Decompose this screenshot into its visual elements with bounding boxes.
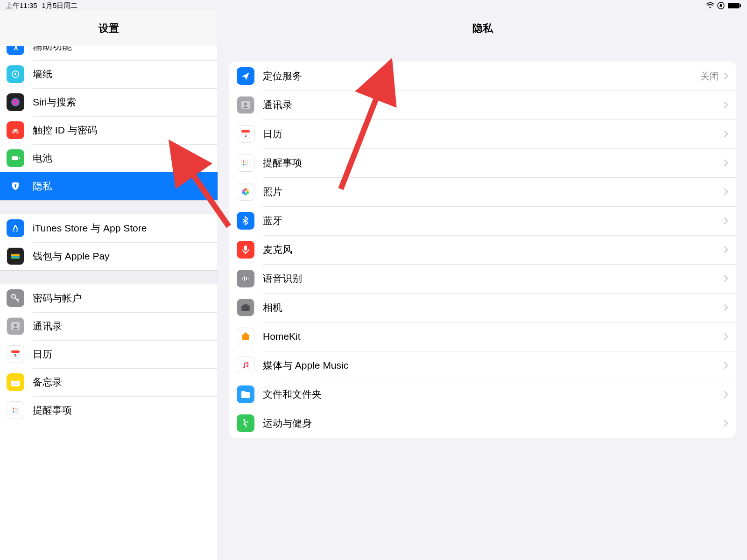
svg-rect-35 <box>241 130 250 133</box>
chevron-right-icon <box>724 417 728 430</box>
sidebar-row-appstore[interactable]: iTunes Store 与 App Store <box>0 214 218 242</box>
chevron-right-icon <box>724 156 728 169</box>
sidebar-label: 隐私 <box>33 180 211 193</box>
wifi-icon <box>706 2 714 9</box>
photos-icon <box>237 183 254 201</box>
rotation-lock-icon <box>717 2 725 9</box>
chevron-right-icon <box>724 185 728 198</box>
sidebar-label: 提醒事项 <box>33 404 211 417</box>
sidebar-title: 设置 <box>0 11 218 46</box>
svg-point-26 <box>13 408 14 409</box>
microphone-icon <box>237 241 254 259</box>
detail-row-location[interactable]: 定位服务关闭 <box>229 62 736 91</box>
sidebar-row-notes[interactable]: 备忘录 <box>0 368 218 396</box>
svg-rect-22 <box>11 378 20 381</box>
sidebar-row-contacts[interactable]: 通讯录 <box>0 312 218 340</box>
appstore-icon <box>7 219 24 237</box>
settings-sidebar: 设置 辅助功能墙纸Siri与搜索触控 ID 与密码电池隐私iTunes Stor… <box>0 11 218 560</box>
detail-label: 照片 <box>263 185 722 198</box>
wallpaper-icon <box>7 65 24 83</box>
sidebar-label: 日历 <box>33 348 211 361</box>
sidebar-row-siri[interactable]: Siri与搜索 <box>0 88 218 116</box>
key-icon <box>7 289 24 307</box>
chevron-right-icon <box>724 214 728 227</box>
contacts-icon <box>7 317 24 335</box>
svg-rect-8 <box>19 157 20 159</box>
folder-icon <box>237 385 254 403</box>
svg-rect-10 <box>15 186 16 188</box>
contacts-icon <box>237 96 254 114</box>
detail-label: 语音识别 <box>263 272 722 285</box>
svg-point-61 <box>247 365 248 367</box>
svg-rect-50 <box>244 245 247 251</box>
detail-label: 麦克风 <box>263 243 722 256</box>
svg-point-33 <box>244 103 247 105</box>
sidebar-label: iTunes Store 与 App Store <box>33 222 211 235</box>
detail-title: 隐私 <box>218 11 747 46</box>
camera-icon <box>237 299 254 316</box>
detail-label: 日历 <box>263 127 722 140</box>
sidebar-label: 密码与帐户 <box>33 292 211 305</box>
siri-icon <box>7 93 24 111</box>
svg-point-6 <box>11 98 20 106</box>
detail-row-photos[interactable]: 照片 <box>229 177 736 206</box>
fitness-icon <box>237 414 254 432</box>
bluetooth-icon <box>237 212 254 230</box>
detail-label: 通讯录 <box>263 98 722 112</box>
notes-icon <box>7 373 24 391</box>
svg-rect-1 <box>728 3 740 8</box>
location-icon <box>237 67 254 85</box>
detail-row-speech[interactable]: 语音识别 <box>229 264 736 293</box>
detail-value: 关闭 <box>700 70 719 83</box>
sidebar-row-privacy[interactable]: 隐私 <box>0 172 218 200</box>
sidebar-row-wallpaper[interactable]: 墙纸 <box>0 60 218 88</box>
detail-row-music[interactable]: 媒体与 Apple Music <box>229 351 736 380</box>
svg-text:5: 5 <box>244 133 247 138</box>
chevron-right-icon <box>724 127 728 140</box>
chevron-right-icon <box>724 272 728 285</box>
chevron-right-icon <box>724 359 728 372</box>
detail-row-contacts[interactable]: 通讯录 <box>229 91 736 119</box>
svg-point-57 <box>245 308 247 309</box>
detail-label: HomeKit <box>263 331 722 342</box>
sidebar-row-accessibility[interactable]: 辅助功能 <box>0 46 218 60</box>
sidebar-label: 辅助功能 <box>33 46 211 53</box>
status-time: 上午11:35 <box>6 1 37 10</box>
detail-row-microphone[interactable]: 麦克风 <box>229 235 736 264</box>
svg-rect-59 <box>241 361 250 370</box>
detail-row-folder[interactable]: 文件和文件夹 <box>229 380 736 409</box>
detail-row-fitness[interactable]: 运动与健身 <box>229 409 736 438</box>
sidebar-row-reminders[interactable]: 提醒事项 <box>0 396 218 424</box>
svg-point-38 <box>243 161 245 162</box>
svg-point-27 <box>13 410 14 411</box>
accessibility-icon <box>7 46 24 55</box>
detail-row-reminders[interactable]: 提醒事项 <box>229 148 736 177</box>
calendar-icon: 5 <box>7 345 24 363</box>
detail-label: 文件和文件夹 <box>263 388 722 401</box>
sidebar-label: 通讯录 <box>33 320 211 333</box>
speech-icon <box>237 270 254 287</box>
svg-rect-19 <box>11 350 20 353</box>
calendar-icon: 5 <box>237 125 254 143</box>
svg-text:5: 5 <box>14 353 16 358</box>
detail-row-calendar[interactable]: 5日历 <box>229 119 736 148</box>
sidebar-row-key[interactable]: 密码与帐户 <box>0 284 218 312</box>
svg-rect-53 <box>246 277 247 280</box>
svg-rect-14 <box>11 257 20 259</box>
detail-row-camera[interactable]: 相机 <box>229 293 736 322</box>
svg-point-17 <box>14 324 17 327</box>
privacy-list: 定位服务关闭通讯录5日历提醒事项照片蓝牙麦克风语音识别相机HomeKit媒体与 … <box>229 62 736 438</box>
detail-row-bluetooth[interactable]: 蓝牙 <box>229 206 736 235</box>
svg-point-5 <box>14 73 16 75</box>
sidebar-row-battery[interactable]: 电池 <box>0 144 218 172</box>
chevron-right-icon <box>724 330 728 343</box>
sidebar-row-touchid[interactable]: 触控 ID 与密码 <box>0 116 218 144</box>
sidebar-row-wallet[interactable]: 钱包与 Apple Pay <box>0 242 218 270</box>
sidebar-row-calendar[interactable]: 5日历 <box>0 340 218 368</box>
svg-point-60 <box>243 366 245 368</box>
reminders-icon <box>7 401 24 419</box>
detail-label: 媒体与 Apple Music <box>263 359 722 372</box>
svg-rect-51 <box>242 278 243 280</box>
sidebar-label: 墙纸 <box>33 68 211 81</box>
detail-row-homekit[interactable]: HomeKit <box>229 322 736 351</box>
